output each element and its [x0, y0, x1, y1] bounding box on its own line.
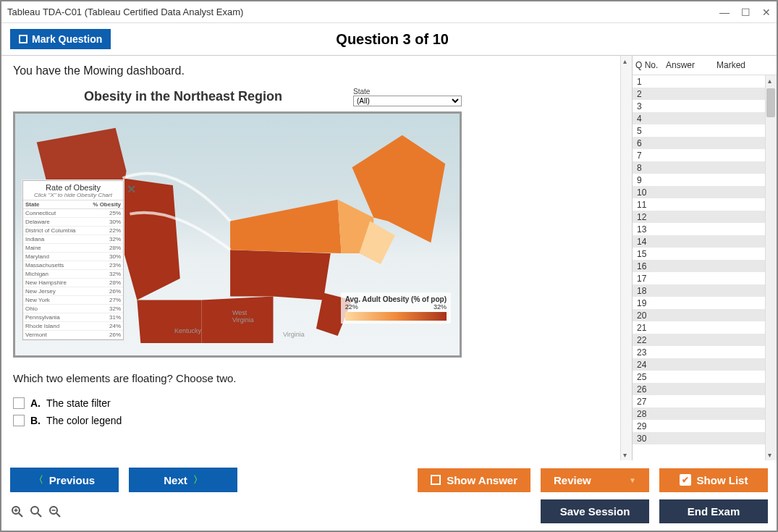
qno: 20	[637, 311, 663, 321]
map-viz: WestVirginia Kentucky Virginia Avg. Adul…	[13, 111, 462, 358]
cell-state: New York	[23, 296, 86, 305]
qno: 17	[637, 274, 663, 284]
titlebar: Tableau TDA-C01 (Tableau Certified Data …	[1, 1, 777, 23]
question-list-row[interactable]: 23	[633, 346, 777, 358]
question-list-row[interactable]: 5	[633, 124, 777, 137]
legend-title: Avg. Adult Obesity (% of pop)	[345, 295, 447, 303]
cell-pct: 28%	[86, 279, 123, 287]
save-session-button[interactable]: Save Session	[541, 499, 649, 523]
table-row: Massachusetts23%	[23, 261, 123, 270]
question-prompt: Which two elements are floating? Choose …	[13, 372, 620, 384]
maximize-icon[interactable]: ☐	[741, 7, 750, 18]
show-list-button[interactable]: ✔ Show List	[659, 468, 768, 492]
cell-state: Maine	[23, 244, 86, 253]
cell-pct: 31%	[86, 313, 123, 322]
cell-pct: 24%	[86, 322, 123, 331]
svg-line-7	[56, 513, 60, 517]
sidebar-scrollbar[interactable]	[765, 75, 777, 460]
question-list-row[interactable]: 22	[633, 334, 777, 346]
question-list-row[interactable]: 8	[633, 161, 777, 174]
question-list-row[interactable]: 18	[633, 284, 777, 297]
question-list-row[interactable]: 13	[633, 223, 777, 235]
question-list-row[interactable]: 3	[633, 100, 777, 112]
minimize-icon[interactable]: —	[719, 7, 730, 18]
question-counter: Question 3 of 10	[17, 31, 768, 48]
color-legend: Avg. Adult Obesity (% of pop) 22% 32%	[341, 292, 451, 324]
col-answer: Answer	[666, 60, 716, 70]
question-list-row[interactable]: 7	[633, 149, 777, 161]
qno: 4	[637, 114, 663, 124]
question-list[interactable]: 1234567891011121314151617181920212223242…	[633, 75, 777, 460]
dashboard-title: Obesity in the Northeast Region	[13, 85, 353, 111]
checkbox-icon[interactable]	[13, 415, 25, 426]
qno: 22	[637, 335, 663, 345]
window-controls: — ☐ ✕	[719, 7, 771, 18]
question-list-row[interactable]: 17	[633, 272, 777, 284]
question-list-row[interactable]: 21	[633, 321, 777, 334]
qno: 10	[637, 187, 663, 198]
qno: 5	[637, 126, 663, 136]
state-shape	[119, 178, 180, 300]
question-list-row[interactable]: 26	[633, 383, 777, 395]
question-list-row[interactable]: 25	[633, 371, 777, 383]
col-pct: % Obesity	[86, 200, 123, 209]
cell-state: Maryland	[23, 253, 86, 261]
question-list-row[interactable]: 15	[633, 248, 777, 260]
table-close-icon[interactable]: ✕	[127, 182, 136, 196]
previous-button[interactable]: 〈 Previous	[10, 468, 119, 492]
question-list-row[interactable]: 30	[633, 432, 777, 444]
question-list-row[interactable]: 24	[633, 358, 777, 371]
question-list-row[interactable]: 12	[633, 211, 777, 223]
qno: 18	[637, 286, 663, 296]
question-list-row[interactable]: 16	[633, 260, 777, 272]
question-list-row[interactable]: 4	[633, 112, 777, 124]
next-button[interactable]: Next 〉	[129, 468, 237, 492]
question-list-row[interactable]: 9	[633, 174, 777, 186]
zoom-out-icon[interactable]	[48, 504, 62, 519]
show-answer-label: Show Answer	[447, 474, 517, 486]
question-list-row[interactable]: 29	[633, 420, 777, 432]
question-list-row[interactable]: 14	[633, 235, 777, 248]
state-filter-select[interactable]: (All)	[353, 96, 462, 106]
question-list-row[interactable]: 19	[633, 297, 777, 309]
table-row: Maryland30%	[23, 253, 123, 261]
checkbox-icon[interactable]	[13, 397, 25, 409]
zoom-in-icon[interactable]	[10, 504, 25, 519]
main-area: You have the Mowing dashboard. Obesity i…	[1, 55, 777, 460]
svg-line-5	[38, 513, 41, 517]
scrollbar-thumb[interactable]	[766, 88, 775, 117]
question-list-row[interactable]: 2	[633, 88, 777, 100]
answer-option[interactable]: A. The state filter	[13, 394, 620, 412]
qno: 13	[637, 224, 663, 235]
question-list-row[interactable]: 27	[633, 395, 777, 408]
qno: 26	[637, 384, 663, 394]
show-answer-button[interactable]: Show Answer	[418, 468, 530, 492]
legend-min: 22%	[345, 303, 358, 311]
qno: 9	[637, 175, 663, 185]
question-list-row[interactable]: 1	[633, 75, 777, 88]
state-filter-label: State	[353, 88, 462, 96]
cell-state: Delaware	[23, 218, 86, 227]
question-list-row[interactable]: 11	[633, 198, 777, 211]
end-exam-button[interactable]: End Exam	[659, 499, 768, 523]
map-label-ky: Kentucky	[174, 327, 201, 334]
cell-state: New Hampshire	[23, 279, 86, 287]
cell-pct: 27%	[86, 296, 123, 305]
state-shape	[230, 200, 341, 253]
cell-state: Ohio	[23, 305, 86, 313]
question-list-row[interactable]: 20	[633, 309, 777, 321]
zoom-icon[interactable]	[29, 504, 43, 519]
cell-pct: 23%	[86, 261, 123, 270]
question-list-row[interactable]: 28	[633, 408, 777, 420]
question-list-row[interactable]: 6	[633, 137, 777, 149]
table-row: Pennsylvania31%	[23, 313, 123, 322]
close-icon[interactable]: ✕	[762, 7, 771, 18]
option-text: The state filter	[46, 397, 111, 409]
content-scrollbar[interactable]	[620, 56, 632, 460]
question-list-row[interactable]: 10	[633, 186, 777, 198]
question-content: You have the Mowing dashboard. Obesity i…	[1, 56, 632, 460]
qno: 2	[637, 89, 663, 99]
answer-option[interactable]: B. The color legend	[13, 412, 620, 429]
review-button[interactable]: Review ▼	[541, 468, 649, 492]
qno: 11	[637, 200, 663, 210]
